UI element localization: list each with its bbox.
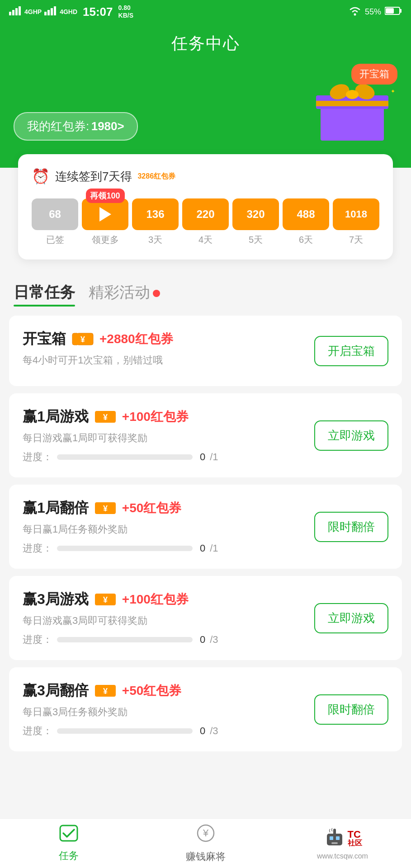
task-btn-0[interactable]: 开启宝箱	[314, 336, 388, 366]
day-value-7: 1018	[345, 208, 367, 220]
tab-activities-label: 精彩活动	[89, 283, 150, 301]
task-reward-2: +50红包券	[122, 500, 182, 517]
tc-sub-label: 社区	[348, 840, 362, 847]
nav-label-mahjong: 赚钱麻将	[186, 850, 226, 863]
task-progress-label-4: 进度：	[23, 724, 52, 738]
svg-rect-37	[330, 836, 333, 840]
network-label-1: 4GHP	[24, 8, 42, 15]
status-bar: 4GHP 4GHD 15:07 0.80KB/S 55%	[0, 0, 411, 24]
battery-percent: 55%	[365, 7, 381, 17]
checkin-card: ⏰ 连续签到7天得 3286红包券 68 已签 再领100 领更多	[18, 154, 393, 259]
tab-activities[interactable]: 精彩活动	[89, 282, 160, 307]
svg-rect-6	[51, 8, 53, 15]
task-nav-icon-svg	[59, 824, 79, 842]
task-progress-current-1: 0	[200, 451, 205, 463]
day-box-4: 220	[182, 198, 229, 230]
task-left-1: 赢1局游戏 ¥ +100红包券 每日游戏赢1局即可获得奖励 进度： 0 /1	[23, 407, 305, 464]
svg-text:¥: ¥	[202, 827, 208, 839]
open-box-top-btn[interactable]: 开宝箱	[351, 64, 397, 85]
svg-rect-4	[44, 12, 47, 15]
svg-point-8	[354, 13, 356, 15]
task-progress-total-2: /1	[210, 542, 218, 554]
task-card-4: 赢3局翻倍 ¥ +50红包券 每日赢3局任务额外奖励 进度： 0 /3 限时翻倍	[9, 667, 402, 751]
tabs-section: 日常任务 精彩活动	[0, 273, 411, 311]
red-packet-value: 1980>	[91, 119, 124, 133]
task-reward-3: +100红包券	[122, 591, 189, 608]
tab-daily-tasks[interactable]: 日常任务	[14, 282, 75, 307]
status-time: 15:07	[83, 5, 113, 19]
svg-rect-3	[19, 6, 21, 15]
nav-icon-tasks	[59, 824, 79, 846]
svg-text:¥: ¥	[103, 413, 108, 422]
nav-item-game[interactable]: TC 社区 www.tcsqw.com	[274, 819, 411, 868]
red-packet-badge[interactable]: 我的红包券: 1980>	[14, 112, 138, 141]
badge-100: 再领100	[85, 189, 124, 203]
task-reward-4: +50红包券	[122, 682, 182, 699]
day-value-6: 488	[297, 208, 315, 221]
reward-icon-0: ¥	[71, 330, 94, 348]
task-progress-label-1: 进度：	[23, 450, 52, 464]
reward-icon-2: ¥	[94, 500, 117, 517]
svg-rect-2	[15, 8, 18, 15]
task-title-row-2: 赢1局翻倍 ¥ +50红包券	[23, 498, 305, 518]
task-title-row-3: 赢3局游戏 ¥ +100红包券	[23, 590, 305, 609]
tc-brand-label: TC	[348, 830, 361, 840]
checkin-day-7: 1018 7天	[333, 198, 379, 246]
task-card-3: 赢3局游戏 ¥ +100红包券 每日游戏赢3局即可获得奖励 进度： 0 /3 立…	[9, 576, 402, 660]
nav-item-tasks[interactable]: 任务	[0, 819, 137, 868]
svg-rect-39	[331, 842, 338, 844]
task-title-4: 赢3局翻倍	[23, 681, 89, 701]
bottom-nav: 任务 ¥ 赚钱麻将 TC 社区	[0, 818, 411, 868]
task-card-2: 赢1局翻倍 ¥ +50红包券 每日赢1局任务额外奖励 进度： 0 /1 限时翻倍	[9, 485, 402, 569]
task-progress-current-3: 0	[200, 634, 205, 646]
nav-item-mahjong[interactable]: ¥ 赚钱麻将	[137, 819, 274, 868]
day-label-6: 6天	[299, 234, 313, 246]
nav-watermark-url: www.tcsqw.com	[317, 852, 368, 860]
day-box-7: 1018	[333, 198, 379, 230]
day-label-7: 7天	[349, 234, 363, 246]
reward-icon-3: ¥	[94, 591, 117, 608]
task-btn-3[interactable]: 立即游戏	[314, 603, 388, 633]
red-packet-label: 我的红包券:	[27, 119, 89, 133]
status-left: 4GHP 4GHD 15:07 0.80KB/S	[9, 4, 133, 19]
svg-rect-7	[54, 6, 56, 15]
task-progress-bar-2	[57, 546, 193, 551]
checkin-day-2[interactable]: 再领100 领更多	[82, 198, 128, 246]
tc-logo-area: TC 社区	[323, 827, 362, 849]
svg-point-18	[346, 90, 359, 99]
task-progress-bar-4	[57, 728, 193, 734]
day-value-1: 68	[49, 208, 61, 221]
task-left-0: 开宝箱 ¥ +2880红包券 每4小时可开1次宝箱，别错过哦	[23, 329, 305, 373]
task-progress-current-2: 0	[200, 542, 205, 554]
task-btn-4[interactable]: 限时翻倍	[314, 694, 388, 725]
task-desc-2: 每日赢1局任务额外奖励	[23, 523, 305, 536]
task-progress-row-4: 进度： 0 /3	[23, 724, 305, 738]
svg-point-41	[333, 829, 336, 831]
checkin-clock-icon: ⏰	[32, 168, 50, 185]
day-box-6: 488	[283, 198, 329, 230]
svg-rect-5	[47, 10, 50, 15]
mahjong-nav-icon-svg: ¥	[196, 823, 216, 843]
nav-icon-mahjong: ¥	[196, 823, 216, 847]
task-progress-label-3: 进度：	[23, 633, 52, 646]
reward-icon-4: ¥	[94, 682, 117, 699]
task-btn-2[interactable]: 限时翻倍	[314, 512, 388, 542]
robot-icon	[323, 827, 346, 849]
day-box-1: 68	[32, 198, 78, 230]
task-progress-total-4: /3	[210, 725, 218, 737]
battery-icon	[385, 6, 402, 18]
day-box-5: 320	[232, 198, 279, 230]
task-progress-bar-3	[57, 637, 193, 642]
task-desc-4: 每日赢3局任务额外奖励	[23, 705, 305, 719]
svg-text:¥: ¥	[80, 335, 85, 344]
task-progress-row-1: 进度： 0 /1	[23, 450, 305, 464]
task-btn-1[interactable]: 立即游戏	[314, 420, 388, 451]
task-desc-1: 每日游戏赢1局即可获得奖励	[23, 431, 305, 445]
task-title-row-0: 开宝箱 ¥ +2880红包券	[23, 329, 305, 349]
task-progress-row-2: 进度： 0 /1	[23, 542, 305, 555]
svg-text:¥: ¥	[103, 504, 108, 513]
day-box-2[interactable]: 再领100	[82, 198, 128, 230]
day-value-5: 320	[246, 208, 265, 221]
task-progress-total-1: /1	[210, 451, 218, 463]
task-title-row-4: 赢3局翻倍 ¥ +50红包券	[23, 681, 305, 701]
